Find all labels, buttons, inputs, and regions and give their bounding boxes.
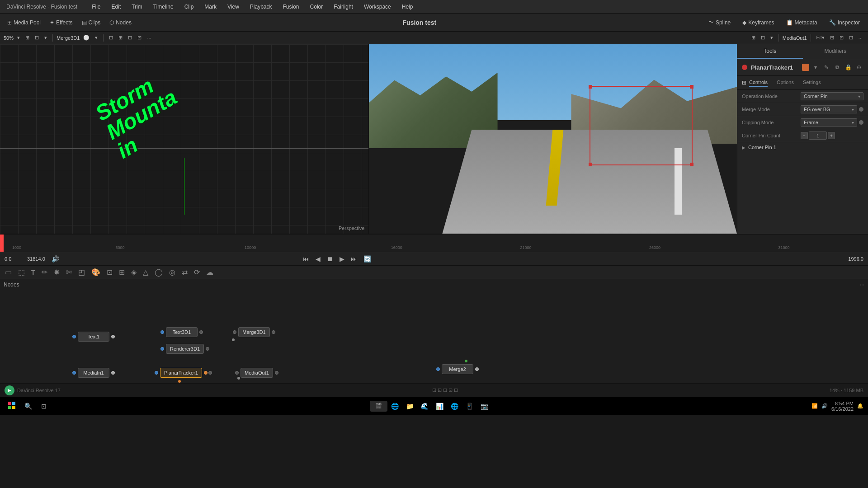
- viewer-3d[interactable]: StormMountain Perspective: [0, 44, 369, 234]
- toolbar-clips[interactable]: ▤ Clips: [79, 18, 104, 27]
- ctrl-tab-options[interactable]: Options: [777, 79, 794, 87]
- vt-r-b2[interactable]: ⊡: [838, 34, 845, 42]
- merge-mode-dropdown[interactable]: FG over BG ▾: [801, 105, 857, 113]
- app-title[interactable]: DaVinci Resolve - Fusion test: [5, 3, 79, 11]
- ctrl-tab-controls[interactable]: Controls: [749, 79, 768, 87]
- inspector-btn[interactable]: 🔧 Inspector: [826, 18, 863, 27]
- vt-r-fit[interactable]: Fit▾: [815, 34, 826, 42]
- node-text1-output[interactable]: [111, 335, 115, 338]
- nt-btn-warp[interactable]: ⊞: [117, 267, 127, 277]
- menu-clip[interactable]: Clip: [183, 3, 196, 11]
- corner-pin-section[interactable]: ▶ Corner Pin 1: [737, 142, 868, 152]
- node-text3d1-output[interactable]: [199, 330, 203, 334]
- vt-r-btn2[interactable]: ⊡: [759, 34, 767, 42]
- node-mediain1[interactable]: MediaIn1: [72, 368, 115, 378]
- node-text1-body[interactable]: Text1: [78, 332, 109, 342]
- nt-btn-select[interactable]: ⬚: [16, 267, 27, 277]
- node-planartracker1-output-orange[interactable]: [204, 371, 208, 375]
- nt-btn-3drender[interactable]: ◎: [167, 267, 178, 277]
- node-active-btn[interactable]: ⊙: [854, 63, 863, 72]
- node-mediain1-body[interactable]: MediaIn1: [78, 368, 109, 378]
- taskbar-active-app[interactable]: 🎬: [370, 401, 387, 412]
- inspector-tab-tools[interactable]: Tools: [737, 44, 803, 59]
- step-back-btn[interactable]: ◀: [314, 254, 322, 263]
- menu-file[interactable]: File: [90, 3, 102, 11]
- node-text1-input[interactable]: [72, 335, 76, 338]
- timeline-ruler[interactable]: 1000 5000 10000 16000 21000 26000 31000: [0, 234, 868, 252]
- go-to-start-btn[interactable]: ⏮: [301, 254, 311, 263]
- node-text3d1-body[interactable]: Text3D1: [166, 327, 198, 337]
- node-mediain1-input[interactable]: [72, 371, 76, 375]
- node-planartracker1-output[interactable]: [208, 371, 212, 375]
- toolbar-nodes[interactable]: ⬡ Nodes: [107, 18, 134, 27]
- ctrl-tab-settings[interactable]: Settings: [803, 79, 821, 87]
- taskbar-app4-btn[interactable]: 📊: [432, 401, 447, 412]
- taskbar-app5-btn[interactable]: 🌐: [447, 401, 462, 412]
- node-merge3d1[interactable]: Merge3D1: [233, 327, 275, 337]
- nt-btn-3d[interactable]: △: [141, 267, 151, 277]
- inspector-tab-modifiers[interactable]: Modifiers: [803, 44, 868, 59]
- vt-btn-1[interactable]: ⊞: [24, 34, 31, 42]
- nt-btn-scissors[interactable]: ✄: [64, 267, 74, 277]
- node-renderer3d1-input[interactable]: [160, 347, 164, 351]
- node-copy-btn[interactable]: ⧉: [833, 63, 842, 72]
- menu-playback[interactable]: Playback: [248, 3, 274, 11]
- menu-help[interactable]: Help: [400, 3, 415, 11]
- nt-btn-cloud[interactable]: ☁: [204, 267, 216, 277]
- nt-btn-mask[interactable]: ◰: [76, 267, 87, 277]
- menu-workspace[interactable]: Workspace: [362, 3, 393, 11]
- vt-r-btn1[interactable]: ⊞: [750, 34, 757, 42]
- loop-btn[interactable]: 🔄: [362, 254, 373, 263]
- task-view-btn[interactable]: ⊡: [38, 401, 50, 412]
- menu-trim[interactable]: Trim: [130, 3, 144, 11]
- node-merge2-input[interactable]: [436, 367, 440, 371]
- nt-btn-effect[interactable]: ◈: [129, 267, 139, 277]
- node-renderer3d1-body[interactable]: Renderer3D1: [166, 344, 204, 354]
- nt-btn-io[interactable]: ⟳: [192, 267, 202, 277]
- vt-r-more[interactable]: ···: [857, 34, 864, 42]
- windows-start-btn[interactable]: [5, 400, 19, 412]
- keyframes-btn[interactable]: ◆ Keyframes: [739, 18, 778, 27]
- spline-btn[interactable]: 〜 Spline: [705, 17, 734, 28]
- node-merge2-output[interactable]: [475, 367, 479, 371]
- volume-btn[interactable]: 🔊: [50, 254, 61, 263]
- menu-timeline[interactable]: Timeline: [151, 3, 175, 11]
- vt-btn-3[interactable]: ▾: [42, 34, 49, 42]
- node-mediaout1[interactable]: MediaOut1: [235, 368, 278, 378]
- menu-mark[interactable]: Mark: [203, 3, 218, 11]
- nt-btn-particle[interactable]: ✸: [52, 267, 62, 277]
- nt-btn-pointer[interactable]: ▭: [3, 267, 14, 277]
- vt-viewer-options[interactable]: ▾: [93, 34, 99, 42]
- zoom-dropdown-btn[interactable]: ▾: [15, 34, 22, 42]
- search-btn[interactable]: 🔍: [21, 401, 36, 412]
- vt-frame-btn[interactable]: ⊞: [117, 34, 124, 42]
- taskbar-app6-btn[interactable]: 📱: [462, 401, 477, 412]
- nodes-menu-btn[interactable]: ···: [860, 282, 864, 288]
- operation-mode-dropdown[interactable]: Corner Pin ▾: [801, 92, 863, 100]
- toolbar-media-pool[interactable]: ⊞ Media Pool: [5, 18, 43, 27]
- node-mediaout1-body[interactable]: MediaOut1: [241, 368, 273, 378]
- node-text3d1-input[interactable]: [160, 330, 164, 334]
- node-merge2[interactable]: Merge2: [436, 364, 479, 374]
- toolbar-effects[interactable]: ✦ Effects: [47, 18, 75, 27]
- vt-node-dropdown[interactable]: ⚪: [81, 34, 91, 42]
- vt-btn-2[interactable]: ⊡: [33, 34, 41, 42]
- corner-pin-increment[interactable]: +: [828, 132, 835, 139]
- node-renderer3d1-output[interactable]: [206, 347, 209, 351]
- node-mediaout1-output[interactable]: [275, 371, 278, 375]
- nt-btn-flow[interactable]: ⇄: [179, 267, 190, 277]
- vt-r-btn3[interactable]: ▾: [769, 34, 775, 42]
- node-planartracker1[interactable]: PlanarTracker1: [155, 368, 212, 378]
- taskbar-chrome-btn[interactable]: 🌐: [387, 401, 402, 412]
- vt-r-b3[interactable]: ⊡: [847, 34, 855, 42]
- taskbar-app3-btn[interactable]: 🌊: [417, 401, 432, 412]
- menu-edit[interactable]: Edit: [110, 3, 123, 11]
- go-to-end-btn[interactable]: ⏭: [349, 254, 359, 263]
- taskbar-notification-icon[interactable]: 🔔: [857, 403, 863, 409]
- vt-r-b1[interactable]: ⊞: [828, 34, 836, 42]
- vt-lock-btn[interactable]: ⊡: [136, 34, 143, 42]
- metadata-btn[interactable]: 📋 Metadata: [783, 18, 821, 27]
- node-text3d1[interactable]: Text3D1: [160, 327, 203, 337]
- nt-btn-paint[interactable]: ✏: [39, 267, 50, 277]
- menu-fairlight[interactable]: Fairlight: [332, 3, 355, 11]
